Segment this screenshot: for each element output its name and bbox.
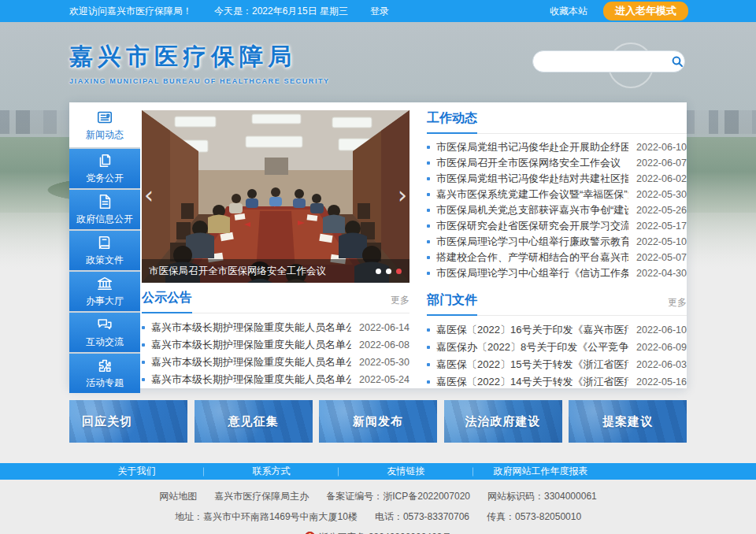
carousel-caption[interactable]: 市医保局召开全市医保网络安全工作会议	[149, 265, 376, 278]
bullet-icon	[427, 224, 430, 228]
welcome-text: 欢迎访问嘉兴市医疗保障局！	[69, 5, 192, 18]
sidebar-item-label: 新闻动态	[86, 128, 124, 142]
news-title[interactable]: 嘉医保〔2022〕14号关于转发《浙江省医疗保...	[436, 375, 628, 389]
list-item[interactable]: 搭建校企合作、产学研相结合的平台嘉兴市长期护理...2022-05-07	[427, 250, 687, 265]
banner-opinion-collection[interactable]: 意见征集	[195, 400, 313, 443]
carousel-dot[interactable]	[376, 269, 381, 274]
banner-rule-of-law-gov[interactable]: 法治政府建设	[444, 400, 562, 443]
footnav-contact[interactable]: 联系方式	[204, 465, 339, 478]
news-title[interactable]: 市医保局理论学习中心组举行《信访工作条例》专题...	[436, 266, 628, 280]
sidebar-item-special-topics[interactable]: 活动专题	[69, 354, 140, 393]
carousel-dot[interactable]	[386, 269, 391, 274]
bank-icon	[96, 275, 113, 292]
search-input[interactable]	[544, 55, 669, 68]
sidebar-item-policy-files[interactable]: 政策文件	[69, 231, 140, 270]
sidebar-item-party-affairs[interactable]: 党务公开	[69, 149, 140, 188]
carousel-next-icon[interactable]: ›	[398, 183, 407, 206]
footnav-friendly-links[interactable]: 友情链接	[339, 465, 473, 478]
list-item[interactable]: 嘉医保办〔2022〕8号关于印发《公平竞争审查...2022-06-09	[427, 339, 687, 356]
bullet-icon	[142, 361, 145, 364]
sidebar-item-service-hall[interactable]: 办事大厅	[69, 272, 140, 311]
news-title[interactable]: 嘉兴市医保系统党建工作会议暨“幸福医保”党建联...	[436, 187, 628, 202]
footnav-annual-report[interactable]: 政府网站工作年度报表	[473, 465, 608, 478]
today-date: 今天是：2022年6月15日 星期三	[214, 5, 348, 18]
bullet-icon	[427, 146, 430, 149]
list-item[interactable]: 市医保局党组书记冯俊华赴结对共建社区指导全国文...2022-06-02	[427, 171, 687, 187]
news-date: 2022-06-10	[636, 142, 687, 153]
bullet-icon	[142, 326, 145, 329]
sidebar-item-interaction[interactable]: 互动交流	[69, 313, 140, 352]
sidebar-item-gov-info[interactable]: 政府信息公开	[69, 190, 140, 229]
list-item[interactable]: 嘉医保〔2022〕15号关于转发《浙江省医疗保...2022-06-03	[427, 356, 687, 373]
news-title[interactable]: 嘉兴市本级长期护理保险重度失能人员名单公示（2...	[151, 373, 351, 387]
footer-host: 嘉兴市医疗保障局主办	[214, 491, 309, 502]
sidebar-item-label: 政府信息公开	[76, 213, 133, 226]
banner-respond-concerns[interactable]: 回应关切	[69, 400, 187, 443]
footer-fax: 传真：0573-82050010	[487, 511, 581, 522]
list-item[interactable]: 嘉兴市医保系统党建工作会议暨“幸福医保”党建联...2022-05-30	[427, 187, 687, 202]
site-title: 嘉兴市医疗保障局	[69, 41, 330, 73]
page-footer: 网站地图嘉兴市医疗保障局主办备案证编号：浙ICP备2022007020网站标识码…	[0, 480, 756, 534]
section-title-dept-docs: 部门文件	[427, 292, 477, 316]
footnav-about-us[interactable]: 关于我们	[69, 465, 204, 478]
section-work-news: 工作动态 市医保局党组书记冯俊华赴企开展助企纾困活动2022-06-10 市医保…	[427, 110, 687, 281]
news-title[interactable]: 市医保局党组书记冯俊华赴企开展助企纾困活动	[436, 140, 628, 154]
left-nav-sidebar: 新闻动态 党务公开 政府信息公开 政策文件 办事大厅	[69, 102, 140, 388]
list-item[interactable]: 嘉医保〔2022〕14号关于转发《浙江省医疗保...2022-05-16	[427, 373, 687, 391]
news-title[interactable]: 嘉医保〔2022〕16号关于印发《嘉兴市医疗保...	[436, 323, 628, 337]
bullet-icon	[142, 378, 145, 381]
section-dept-docs: 部门文件 更多 嘉医保〔2022〕16号关于印发《嘉兴市医疗保...2022-0…	[427, 292, 687, 391]
list-item[interactable]: 市医保局机关党总支部获评嘉兴市争创“建设清廉机...2022-05-26	[427, 202, 687, 218]
list-item[interactable]: 市医保局召开全市医保网络安全工作会议2022-06-07	[427, 155, 687, 171]
login-link[interactable]: 登录	[370, 5, 389, 18]
news-title[interactable]: 市医保局理论学习中心组举行廉政警示教育专题学习...	[436, 235, 628, 249]
news-title[interactable]: 搭建校企合作、产学研相结合的平台嘉兴市长期护理...	[436, 250, 628, 265]
list-item[interactable]: 嘉兴市本级长期护理保险重度失能人员名单公示（2...2022-05-30	[142, 354, 410, 371]
sidebar-item-label: 活动专题	[86, 376, 124, 390]
news-title[interactable]: 嘉医保办〔2022〕8号关于印发《公平竞争审查...	[436, 340, 628, 354]
bullet-icon	[427, 346, 430, 349]
carousel-dots	[376, 269, 402, 274]
list-item[interactable]: 市医保局理论学习中心组举行廉政警示教育专题学习...2022-05-10	[427, 234, 687, 250]
list-item[interactable]: 市医保研究会赴省医保研究会开展学习交流活动2022-05-17	[427, 218, 687, 234]
news-title[interactable]: 嘉兴市本级长期护理保险重度失能人员名单公示（2...	[151, 338, 351, 352]
news-title[interactable]: 市医保研究会赴省医保研究会开展学习交流活动	[436, 219, 628, 233]
news-date: 2022-05-10	[636, 236, 687, 247]
news-date: 2022-06-09	[636, 342, 687, 353]
favorite-site-link[interactable]: 收藏本站	[550, 5, 587, 18]
banner-label: 回应关切	[82, 414, 132, 429]
carousel-dot-active[interactable]	[396, 269, 402, 274]
carousel-prev-icon[interactable]: ‹	[144, 183, 154, 206]
list-item[interactable]: 市医保局党组书记冯俊华赴企开展助企纾困活动2022-06-10	[427, 139, 687, 155]
notices-more-link[interactable]: 更多	[391, 294, 410, 313]
bullet-icon	[427, 240, 430, 243]
sidebar-item-news[interactable]: 新闻动态	[69, 102, 140, 147]
puzzle-icon	[96, 357, 113, 374]
news-title[interactable]: 嘉兴市本级长期护理保险重度失能人员名单公示（2...	[151, 355, 351, 369]
news-date: 2022-05-26	[636, 205, 687, 216]
news-carousel[interactable]: ‹ › 市医保局召开全市医保网络安全工作会议	[142, 110, 410, 283]
news-date: 2022-05-07	[636, 252, 687, 263]
list-item[interactable]: 嘉兴市本级长期护理保险重度失能人员名单公示（2...2022-06-08	[142, 336, 410, 354]
list-item[interactable]: 市医保局理论学习中心组举行《信访工作条例》专题...2022-04-30	[427, 265, 687, 281]
elder-mode-button[interactable]: 进入老年模式	[603, 2, 688, 20]
banner-proposals[interactable]: 提案建议	[569, 400, 687, 443]
news-date: 2022-05-30	[636, 189, 687, 200]
bullet-icon	[427, 209, 430, 212]
news-title[interactable]: 市医保局召开全市医保网络安全工作会议	[436, 156, 628, 170]
list-item[interactable]: 嘉医保〔2022〕16号关于印发《嘉兴市医疗保...2022-06-10	[427, 321, 687, 339]
news-title[interactable]: 市医保局机关党总支部获评嘉兴市争创“建设清廉机...	[436, 203, 628, 217]
footer-sitemap-link[interactable]: 网站地图	[159, 491, 197, 502]
list-item[interactable]: 嘉兴市本级长期护理保险重度失能人员名单公示（2...2022-05-24	[142, 371, 410, 388]
search-icon[interactable]	[669, 51, 684, 72]
news-title[interactable]: 市医保局党组书记冯俊华赴结对共建社区指导全国文...	[436, 172, 628, 186]
banner-news-release[interactable]: 新闻发布	[319, 400, 437, 443]
news-title[interactable]: 嘉兴市本级长期护理保险重度失能人员名单公示（2...	[151, 321, 351, 335]
sidebar-item-label: 办事大厅	[86, 295, 124, 308]
newspaper-icon	[96, 109, 113, 126]
book-icon	[96, 234, 113, 251]
list-item[interactable]: 嘉兴市本级长期护理保险重度失能人员名单公示（2...2022-06-14	[142, 319, 410, 336]
dept-docs-more-link[interactable]: 更多	[668, 296, 687, 315]
news-date: 2022-05-16	[636, 376, 687, 388]
news-title[interactable]: 嘉医保〔2022〕15号关于转发《浙江省医疗保...	[436, 358, 628, 372]
